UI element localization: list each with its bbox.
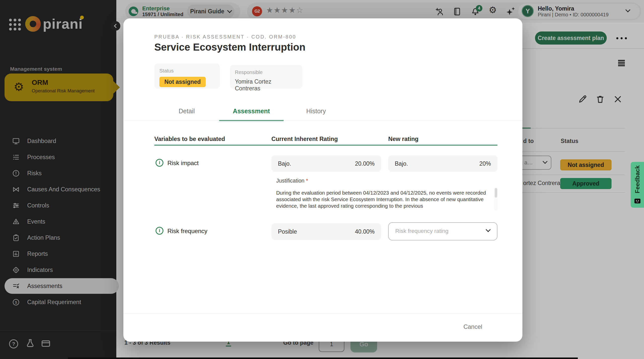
justification-label: Justification* xyxy=(276,178,308,184)
required-asterisk: * xyxy=(306,178,308,184)
responsible-value: Yomira Cortez Contreras xyxy=(235,78,297,92)
table-header-rule xyxy=(154,145,497,146)
new-value: 20% xyxy=(479,160,491,167)
tabs-divider xyxy=(123,121,522,121)
col-variables: Variables to be evaluated xyxy=(154,136,225,142)
modal-footer-divider xyxy=(123,313,522,314)
status-label: Status xyxy=(159,68,215,74)
current-level: Posible xyxy=(278,228,297,235)
justification-scrollbar[interactable] xyxy=(494,188,498,211)
risk-frequency-label: Risk frequency xyxy=(167,228,207,235)
col-current-rating: Current Inherent Rating xyxy=(271,136,338,142)
feedback-label: Feedback xyxy=(634,165,641,193)
current-value: 20.00% xyxy=(355,160,375,167)
risk-impact-current-rating: Bajo. 20.00% xyxy=(271,155,381,172)
current-value: 40.00% xyxy=(355,228,375,235)
feedback-smiley-icon xyxy=(634,199,640,204)
justification-textarea[interactable]: During the evaluation period between 04/… xyxy=(276,190,490,210)
info-icon[interactable]: i xyxy=(156,227,163,235)
status-badge: Not assigned xyxy=(159,77,206,87)
col-new-rating: New rating xyxy=(388,136,418,142)
chevron-down-icon xyxy=(486,227,491,232)
tab-assessment[interactable]: Assessment xyxy=(219,101,284,121)
risk-assessment-modal: PRUEBA · RISK ASSESSMENT · COD. ORM-800 … xyxy=(123,18,522,342)
risk-frequency-current-rating: Posible 40.00% xyxy=(271,223,381,240)
risk-impact-new-rating: Bajo. 20% xyxy=(388,155,497,172)
dropdown-placeholder: Risk frequency rating xyxy=(395,228,448,234)
responsible-label: Responsible xyxy=(235,69,297,75)
app-window: Enterprise 15971 / Unlimited Pirani Guid… xyxy=(0,0,644,359)
cancel-button[interactable]: Cancel xyxy=(458,320,488,334)
tab-detail[interactable]: Detail xyxy=(154,101,219,121)
page-title: Service Ecosystem Interruption xyxy=(154,42,305,53)
new-level: Bajo. xyxy=(395,160,408,167)
risk-impact-label: Risk impact xyxy=(167,160,199,167)
tab-history[interactable]: History xyxy=(284,101,348,121)
info-icon[interactable]: i xyxy=(156,159,163,167)
breadcrumb: PRUEBA · RISK ASSESSMENT · COD. ORM-800 xyxy=(154,34,296,40)
responsible-box: Responsible Yomira Cortez Contreras xyxy=(230,65,302,89)
modal-tabs: Detail Assessment History xyxy=(154,101,348,121)
current-level: Bajo. xyxy=(278,160,291,167)
feedback-tab[interactable]: Feedback xyxy=(631,162,644,208)
scrollbar-thumb[interactable] xyxy=(495,188,497,198)
risk-frequency-rating-dropdown[interactable]: Risk frequency rating xyxy=(388,222,497,240)
status-box: Status Not assigned xyxy=(154,63,220,89)
